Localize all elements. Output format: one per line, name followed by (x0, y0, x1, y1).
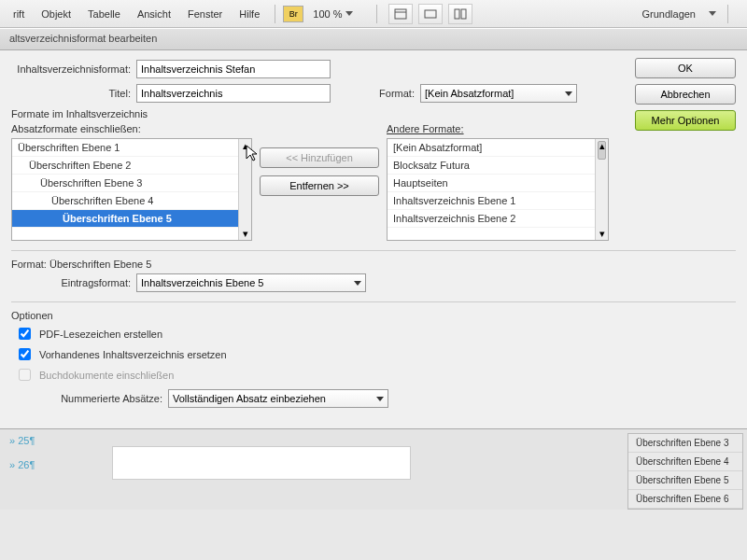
chevron-down-icon (565, 91, 572, 96)
zoom-level[interactable]: 100 % (313, 8, 369, 20)
list-item[interactable]: [Kein Absatzformat] (388, 139, 595, 157)
svg-rect-2 (425, 10, 436, 18)
separator (275, 5, 275, 23)
list-item[interactable]: Hauptseiten (388, 175, 595, 192)
svg-rect-4 (461, 9, 466, 19)
menu-item[interactable]: Hilfe (232, 5, 267, 23)
menu-item[interactable]: Tabelle (80, 5, 128, 23)
menu-item[interactable]: Ansicht (130, 5, 178, 23)
chevron-down-icon (376, 397, 384, 401)
add-style-button[interactable]: << Hinzufügen (260, 147, 379, 168)
separator (376, 5, 377, 23)
paragraph-styles-panel[interactable]: Überschriften Ebene 3 Überschriften Eben… (627, 433, 743, 510)
menu-item[interactable]: Objekt (34, 5, 78, 23)
scroll-up-icon[interactable]: ▴ (239, 139, 251, 152)
toc-format-dialog: OK Abbrechen Mehr Optionen Inhaltsverzei… (0, 50, 747, 429)
separator (727, 5, 728, 23)
list-item[interactable]: Überschriften Ebene 4 (12, 192, 238, 210)
toc-title-label: Titel: (11, 88, 136, 99)
entry-format-dropdown[interactable]: Inhaltsverzeichnis Ebene 5 (136, 273, 366, 292)
pdf-bookmarks-checkbox[interactable]: PDF-Lesezeichen erstellen (15, 325, 736, 343)
app-menubar: rift Objekt Tabelle Ansicht Fenster Hilf… (0, 0, 747, 28)
list-item[interactable]: Blocksatz Futura (388, 157, 595, 175)
chevron-down-icon (354, 281, 361, 286)
options-section-label: Optionen (11, 310, 736, 321)
scroll-down-icon[interactable]: ▾ (239, 227, 251, 240)
remove-style-button[interactable]: Entfernen >> (260, 175, 379, 196)
view-options-icon[interactable] (388, 4, 413, 24)
dialog-title-text: altsverzeichnisformat bearbeiten (9, 33, 157, 44)
list-item[interactable]: Überschriften Ebene 3 (628, 434, 742, 453)
arrange-icon[interactable] (448, 4, 472, 24)
entry-format-label: Eintragsformat: (11, 277, 136, 288)
bridge-icon[interactable]: Br (283, 6, 303, 22)
numbered-paragraphs-dropdown[interactable]: Vollständigen Absatz einbeziehen (168, 389, 388, 408)
svg-rect-0 (395, 9, 406, 19)
workspace-switcher[interactable]: Grundlagen (635, 5, 704, 23)
list-item[interactable]: Überschriften Ebene 3 (12, 175, 238, 192)
title-paragraph-format-label: Format: (349, 88, 420, 99)
screen-mode-icon[interactable] (418, 4, 443, 24)
replace-toc-checkbox[interactable]: Vorhandenes Inhaltsverzeichnis ersetzen (15, 345, 736, 363)
title-paragraph-format-dropdown[interactable]: [Kein Absatzformat] (420, 84, 577, 103)
toc-format-name-input[interactable] (136, 60, 331, 78)
toc-title-input[interactable] (136, 84, 331, 103)
numbered-paragraphs-label: Nummerierte Absätze: (11, 393, 168, 404)
document-background: » 25¶ » 26¶ Überschriften Ebene 3 Übersc… (0, 429, 747, 510)
include-book-checkbox: Buchdokumente einschließen (15, 366, 736, 384)
list-item[interactable]: Inhaltsverzeichnis Ebene 2 (388, 210, 595, 228)
cancel-button[interactable]: Abbrechen (635, 84, 736, 105)
dialog-titlebar: altsverzeichnisformat bearbeiten (0, 28, 747, 50)
other-styles-listbox[interactable]: [Kein Absatzformat] Blocksatz Futura Hau… (387, 138, 609, 241)
list-item[interactable]: Überschriften Ebene 2 (12, 157, 238, 175)
text-frame (112, 446, 411, 480)
list-item[interactable]: Überschriften Ebene 5 (628, 471, 742, 490)
list-item[interactable]: Inhaltsverzeichnis Ebene 1 (388, 192, 595, 210)
chevron-down-icon (709, 11, 716, 16)
menu-item[interactable]: Fenster (180, 5, 230, 23)
list-item[interactable]: Überschriften Ebene 6 (628, 490, 742, 509)
menu-item[interactable]: rift (6, 5, 32, 23)
line-numbers: » 25¶ » 26¶ (9, 435, 35, 483)
toc-format-name-label: Inhaltsverzeichnisformat: (11, 63, 136, 75)
scroll-down-icon[interactable]: ▾ (596, 227, 608, 240)
chevron-down-icon (345, 11, 353, 16)
svg-rect-3 (455, 9, 459, 19)
list-item[interactable]: Überschriften Ebene 1 (12, 139, 238, 157)
other-styles-label: Andere Formate: (387, 123, 609, 134)
scrollbar[interactable]: ▴ ▾ (238, 139, 251, 240)
scrollbar[interactable]: ▴ ▾ (595, 139, 608, 240)
list-item[interactable]: Überschriften Ebene 4 (628, 453, 742, 471)
scroll-up-icon[interactable]: ▴ (596, 139, 608, 152)
list-item[interactable]: Überschriften Ebene 5 (12, 210, 238, 228)
include-styles-label: Absatzformate einschließen: (11, 123, 252, 134)
ok-button[interactable]: OK (635, 58, 736, 78)
selected-format-label: Format: Überschriften Ebene 5 (11, 259, 736, 270)
formats-section-label: Formate im Inhaltsverzeichnis (11, 108, 736, 119)
include-styles-listbox[interactable]: Überschriften Ebene 1 Überschriften Eben… (11, 138, 252, 241)
more-options-button[interactable]: Mehr Optionen (635, 110, 736, 131)
